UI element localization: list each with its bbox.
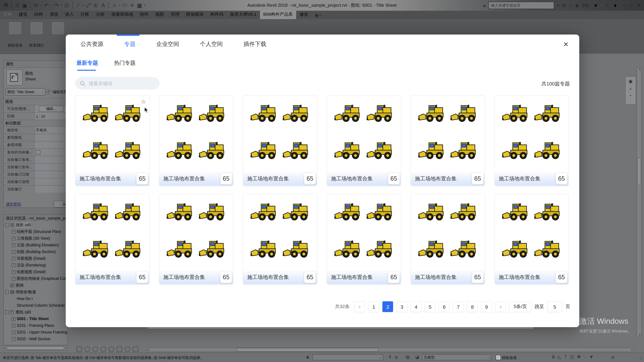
sign-in-person-icon[interactable]: ♟ bbox=[575, 3, 579, 8]
tree-item[interactable]: +三维视图 (3D View) bbox=[4, 235, 68, 242]
undo-icon[interactable]: ↶ bbox=[43, 2, 50, 8]
sync-icon[interactable]: ⟳ bbox=[33, 2, 39, 8]
communication-center-icon[interactable]: ✇ bbox=[562, 3, 566, 8]
ribbon-tab-注释[interactable]: 注释 bbox=[77, 10, 92, 19]
topic-card[interactable]: 施工场地布置合集65 bbox=[243, 194, 317, 285]
dialog-tab-插件下载[interactable]: 插件下载 bbox=[244, 40, 266, 48]
scrollbar-thumb[interactable] bbox=[7, 346, 64, 350]
expand-icon[interactable]: + bbox=[12, 237, 16, 240]
close-icon[interactable]: ✕ bbox=[563, 41, 568, 48]
user-interface-icon[interactable]: ▦ bbox=[136, 2, 143, 8]
expand-icon[interactable]: + bbox=[12, 243, 16, 247]
scroll-up-icon[interactable]: ▴ bbox=[637, 67, 643, 70]
tree-item[interactable]: +S101 - Framing Plans bbox=[4, 322, 68, 329]
reveal-constraints-icon[interactable]: ◌ bbox=[584, 354, 586, 360]
expand-icon[interactable]: + bbox=[12, 317, 16, 321]
temporary-hide-isolate-icon[interactable] bbox=[125, 347, 130, 352]
page-button-8[interactable]: 8 bbox=[467, 301, 478, 312]
panel-state-icon[interactable]: ▣ bbox=[315, 13, 318, 17]
expand-icon[interactable]: + bbox=[12, 277, 16, 280]
topic-card[interactable]: 施工场地布置合集65☆ bbox=[75, 95, 150, 186]
edit-value-button[interactable]: 编辑... bbox=[39, 106, 64, 112]
tree-item[interactable]: +立面 (Building Elevation) bbox=[4, 242, 68, 248]
steering-wheel-icon[interactable]: ◉ bbox=[628, 79, 632, 83]
editable-only-icon[interactable]: ▤ bbox=[406, 355, 410, 359]
ribbon-display-options[interactable]: ▣▾ bbox=[315, 13, 321, 19]
property-value[interactable] bbox=[34, 164, 68, 171]
properties-title[interactable]: 属性 bbox=[4, 61, 68, 68]
search-input[interactable] bbox=[88, 80, 150, 86]
topic-card[interactable]: 施工场地布置合集65 bbox=[327, 194, 401, 285]
scrollbar-thumb[interactable] bbox=[237, 348, 378, 352]
contact-us-button[interactable]: 联系我们 bbox=[27, 21, 46, 48]
property-value[interactable]: 编辑... bbox=[34, 105, 68, 112]
navigation-bar[interactable]: ◉ ⌕ ▾ bbox=[625, 76, 636, 105]
select-pinned-icon[interactable]: ⍑ bbox=[564, 354, 567, 360]
ribbon-tab-插入[interactable]: 插入 bbox=[62, 10, 77, 19]
topic-card[interactable]: 施工场地布置合集65 bbox=[159, 194, 234, 285]
worksets-dropdown[interactable]: ⌄ bbox=[312, 354, 383, 360]
aligned-dimension-icon[interactable]: ⤢ bbox=[85, 2, 92, 8]
tree-item[interactable]: 图例 bbox=[4, 282, 68, 289]
tree-item[interactable]: +渲染 (Rendering) bbox=[4, 262, 68, 269]
measure-icon[interactable]: ⟋ bbox=[75, 2, 81, 8]
tree-item[interactable]: −视图 (all) bbox=[4, 222, 68, 228]
tree-item[interactable]: How Do I bbox=[4, 295, 68, 302]
tree-item[interactable]: Structural Column Schedule bbox=[4, 302, 68, 309]
ribbon-tab-体量和场地[interactable]: 体量和场地 bbox=[108, 10, 136, 19]
view-control-bar[interactable] bbox=[76, 347, 138, 352]
property-value[interactable] bbox=[34, 171, 68, 178]
redo-dropdown-icon[interactable]: ▾ bbox=[61, 4, 62, 7]
redo-icon[interactable]: ↷ bbox=[53, 2, 60, 8]
next-page-button[interactable]: › bbox=[495, 301, 506, 312]
expand-icon[interactable]: + bbox=[12, 263, 16, 267]
topic-card[interactable]: 施工场地布置合集65 bbox=[159, 95, 234, 186]
expand-icon[interactable]: + bbox=[12, 270, 16, 274]
canvas-horizontal-scrollbar[interactable]: ◂ ▸ bbox=[146, 348, 634, 352]
undo-dropdown-icon[interactable]: ▾ bbox=[51, 4, 52, 7]
collapse-icon[interactable]: − bbox=[5, 223, 9, 227]
ribbon-tab-协作[interactable]: 协作 bbox=[136, 10, 152, 19]
panel-state-dropdown-icon[interactable]: ▾ bbox=[320, 14, 321, 17]
dialog-tab-公共资源[interactable]: 公共资源 bbox=[80, 40, 103, 48]
favorite-star-icon[interactable]: ☆ bbox=[141, 98, 146, 105]
collapse-icon[interactable]: − bbox=[5, 310, 9, 314]
zoom-dropdown-icon[interactable]: ▾ bbox=[630, 93, 631, 98]
page-button-6[interactable]: 6 bbox=[439, 301, 450, 312]
reveal-hidden-elements-icon[interactable] bbox=[133, 347, 138, 352]
properties-help-link[interactable]: 属性帮助 bbox=[6, 202, 21, 207]
expand-icon[interactable]: + bbox=[12, 337, 16, 341]
crop-view-icon[interactable] bbox=[117, 347, 122, 352]
ribbon-tab-附加模块[interactable]: 附加模块 bbox=[183, 10, 207, 19]
scroll-left-icon[interactable]: ◂ bbox=[4, 347, 6, 350]
select-links-icon[interactable]: ⧉ bbox=[552, 354, 555, 360]
dialog-tab-专题[interactable]: 专题 bbox=[124, 40, 136, 48]
page-button-7[interactable]: 7 bbox=[453, 301, 464, 312]
measure-dropdown-icon[interactable]: ▾ bbox=[83, 4, 84, 7]
property-value[interactable] bbox=[34, 156, 68, 163]
property-value[interactable] bbox=[34, 141, 68, 148]
default-3d-view-dropdown-icon[interactable]: ▾ bbox=[119, 4, 120, 7]
library-button-partial[interactable] bbox=[48, 21, 68, 35]
project-browser-title[interactable]: 项目浏览器 - rst_basic_sample_project.rvt bbox=[4, 215, 68, 222]
open-icon[interactable]: ⌸ bbox=[14, 2, 20, 8]
dialog-subtab-最新专题[interactable]: 最新专题 bbox=[76, 60, 98, 71]
drag-on-selection-icon[interactable]: ✥ bbox=[577, 354, 581, 360]
help-icon[interactable]: ? bbox=[606, 3, 608, 8]
page-button-1[interactable]: 1 bbox=[368, 301, 379, 312]
detail-level-icon[interactable] bbox=[84, 347, 90, 352]
sign-in-label[interactable]: 登录 bbox=[582, 3, 589, 8]
select-underlay-icon[interactable]: ◺ bbox=[558, 354, 561, 360]
maximize-button[interactable]: □ bbox=[630, 3, 632, 8]
ribbon-tab-族库大师V6.1[interactable]: 族库大师V6.1 bbox=[227, 10, 260, 19]
page-button-3[interactable]: 3 bbox=[397, 301, 407, 312]
type-selector-dropdown[interactable]: 图纸: Title Sheet⌄ bbox=[6, 88, 45, 95]
minimize-button[interactable]: ─ bbox=[622, 3, 626, 8]
print-icon[interactable]: ⎙ bbox=[64, 2, 70, 8]
authorize-login-button[interactable]: 授权登录 bbox=[5, 21, 25, 48]
close-window-button[interactable]: ✕ bbox=[637, 3, 641, 8]
default-3d-view-icon[interactable]: ⌂ bbox=[111, 2, 118, 8]
tree-item[interactable]: +S001 - Title Sheet bbox=[4, 316, 68, 322]
tag-icon[interactable]: ① bbox=[92, 2, 99, 8]
section-icon[interactable]: ⬭ bbox=[122, 2, 128, 8]
